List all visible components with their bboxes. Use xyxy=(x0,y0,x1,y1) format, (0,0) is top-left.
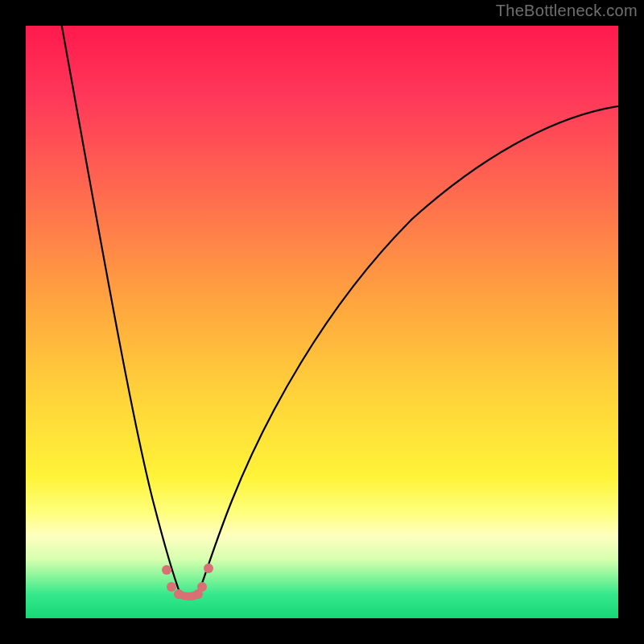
curve-right xyxy=(198,106,618,594)
marker-dot xyxy=(167,582,176,592)
curve-left xyxy=(61,26,180,594)
marker-dot xyxy=(162,565,171,575)
marker-dot xyxy=(204,564,213,573)
marker-dot xyxy=(197,582,207,592)
plot-area xyxy=(26,26,618,618)
bottleneck-curve xyxy=(26,26,618,618)
watermark-text: TheBottleneck.com xyxy=(496,2,638,20)
marker-dot xyxy=(174,589,184,599)
